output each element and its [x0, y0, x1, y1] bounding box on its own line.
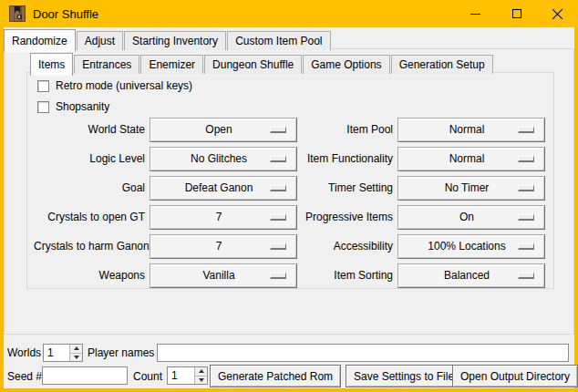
- seed-input[interactable]: [42, 366, 128, 385]
- settings-column-right: Item PoolNormalItem FunctionalityNormalT…: [302, 118, 545, 288]
- app-window: Door Shuffle Retro mode (universal keys)…: [0, 0, 578, 392]
- item-pool-dropdown[interactable]: Normal: [397, 118, 545, 142]
- dropdown-indicator-icon: [270, 127, 286, 133]
- item-sorting-label: Item Sorting: [302, 263, 393, 288]
- dropdown-indicator-icon: [518, 273, 534, 279]
- crystals-to-harm-ganon-dropdown[interactable]: 7: [150, 234, 297, 259]
- subtab-entrances[interactable]: Entrances: [74, 55, 139, 74]
- checkbox-row-shopsanity: Shopsanity: [37, 99, 109, 114]
- progressive-items-label: Progressive Items: [302, 205, 393, 230]
- checkbox-retro-mode-universal-keys[interactable]: [37, 80, 49, 92]
- window-border-bottom: [0, 388, 578, 392]
- item-sorting-dropdown[interactable]: Balanced: [397, 263, 545, 288]
- subtab-dungeon-shuffle[interactable]: Dungeon Shuffle: [204, 55, 302, 74]
- window-controls: [455, 0, 578, 27]
- open-output-directory-button[interactable]: Open Output Directory: [452, 365, 578, 387]
- crystals-to-harm-ganon-label: Crystals to harm Ganon: [34, 234, 145, 259]
- settings-column-left: World StateOpenLogic LevelNo GlitchesGoa…: [34, 118, 297, 288]
- save-settings-button[interactable]: Save Settings to File: [346, 365, 462, 387]
- close-icon: [552, 8, 563, 20]
- generate-patched-rom-button[interactable]: Generate Patched Rom: [210, 365, 341, 387]
- main-tab-bar: RandomizeAdjustStarting InventoryCustom …: [4, 27, 332, 50]
- count-label: Count: [133, 370, 162, 383]
- dropdown-indicator-icon: [518, 156, 534, 162]
- tab-custom-item-pool[interactable]: Custom Item Pool: [227, 31, 330, 50]
- subtab-game-options[interactable]: Game Options: [303, 55, 389, 74]
- tab-adjust[interactable]: Adjust: [77, 31, 123, 50]
- count-spin-arrows: [194, 367, 207, 384]
- world-state-dropdown[interactable]: Open: [150, 118, 297, 142]
- count-value: 1: [168, 367, 194, 384]
- close-button[interactable]: [537, 0, 578, 27]
- count-spin-down[interactable]: [195, 376, 207, 385]
- maximize-icon: [512, 9, 521, 18]
- subtab-items[interactable]: Items: [30, 53, 73, 76]
- dropdown-indicator-icon: [518, 185, 534, 191]
- item-functionality-label: Item Functionality: [302, 147, 393, 171]
- player-names-label: Player names: [88, 346, 154, 359]
- progressive-items-dropdown[interactable]: On: [397, 205, 545, 230]
- dropdown-indicator-icon: [518, 214, 534, 221]
- player-names-input[interactable]: [157, 344, 569, 362]
- maximize-button[interactable]: [496, 0, 537, 27]
- arrow-up-icon: [199, 369, 204, 373]
- accessibility-dropdown[interactable]: 100% Locations: [397, 234, 545, 259]
- dropdown-indicator-icon: [270, 243, 286, 250]
- timer-setting-label: Timer Setting: [302, 176, 393, 201]
- tab-randomize[interactable]: Randomize: [4, 29, 76, 52]
- worlds-label: Worlds: [7, 346, 41, 359]
- checkbox-label: Retro mode (universal keys): [56, 79, 192, 92]
- window-title: Door Shuffle: [33, 7, 98, 21]
- subtab-generation-setup[interactable]: Generation Setup: [391, 55, 493, 74]
- goal-dropdown[interactable]: Defeat Ganon: [150, 176, 297, 201]
- checkbox-row-retro-mode-universal-keys: Retro mode (universal keys): [37, 78, 192, 93]
- app-icon: [9, 5, 26, 22]
- crystals-to-open-gt-dropdown[interactable]: 7: [150, 205, 297, 230]
- worlds-spin-down[interactable]: [70, 353, 82, 362]
- minimize-icon: [470, 14, 480, 15]
- minimize-button[interactable]: [455, 0, 496, 27]
- titlebar[interactable]: Door Shuffle: [0, 0, 578, 27]
- checkbox-label: Shopsanity: [56, 100, 109, 113]
- dropdown-indicator-icon: [518, 127, 534, 133]
- tab-starting-inventory[interactable]: Starting Inventory: [124, 31, 226, 50]
- seed-label: Seed #: [7, 370, 42, 383]
- logic-level-label: Logic Level: [34, 147, 145, 171]
- weapons-dropdown[interactable]: Vanilla: [150, 263, 297, 288]
- sub-tab-bar: ItemsEntrancesEnemizerDungeon ShuffleGam…: [30, 51, 494, 74]
- worlds-spin-arrows: [69, 345, 82, 361]
- window-border-right: [574, 27, 578, 388]
- world-state-label: World State: [34, 118, 145, 142]
- accessibility-label: Accessibility: [302, 234, 393, 259]
- crystals-to-open-gt-label: Crystals to open GT: [34, 205, 145, 230]
- items-pane: Retro mode (universal keys)Shopsanity Wo…: [26, 72, 554, 289]
- dropdown-indicator-icon: [270, 273, 286, 279]
- worlds-spin-up[interactable]: [70, 345, 82, 353]
- weapons-label: Weapons: [34, 263, 145, 288]
- dropdown-indicator-icon: [270, 185, 286, 191]
- dropdown-indicator-icon: [270, 214, 286, 221]
- checkbox-shopsanity[interactable]: [37, 101, 49, 113]
- arrow-up-icon: [74, 346, 79, 350]
- item-pool-label: Item Pool: [302, 118, 393, 142]
- logic-level-dropdown[interactable]: No Glitches: [150, 147, 297, 171]
- dropdown-indicator-icon: [270, 156, 286, 162]
- dropdown-indicator-icon: [518, 243, 534, 250]
- worlds-value: 1: [44, 345, 69, 361]
- arrow-down-icon: [74, 356, 79, 359]
- item-functionality-dropdown[interactable]: Normal: [397, 147, 545, 171]
- timer-setting-dropdown[interactable]: No Timer: [397, 176, 545, 201]
- subtab-enemizer[interactable]: Enemizer: [140, 55, 203, 74]
- worlds-spinbox[interactable]: 1: [43, 344, 83, 362]
- goal-label: Goal: [34, 176, 145, 201]
- count-spinbox[interactable]: 1: [167, 366, 208, 385]
- count-spin-up[interactable]: [195, 367, 207, 376]
- arrow-down-icon: [199, 378, 204, 382]
